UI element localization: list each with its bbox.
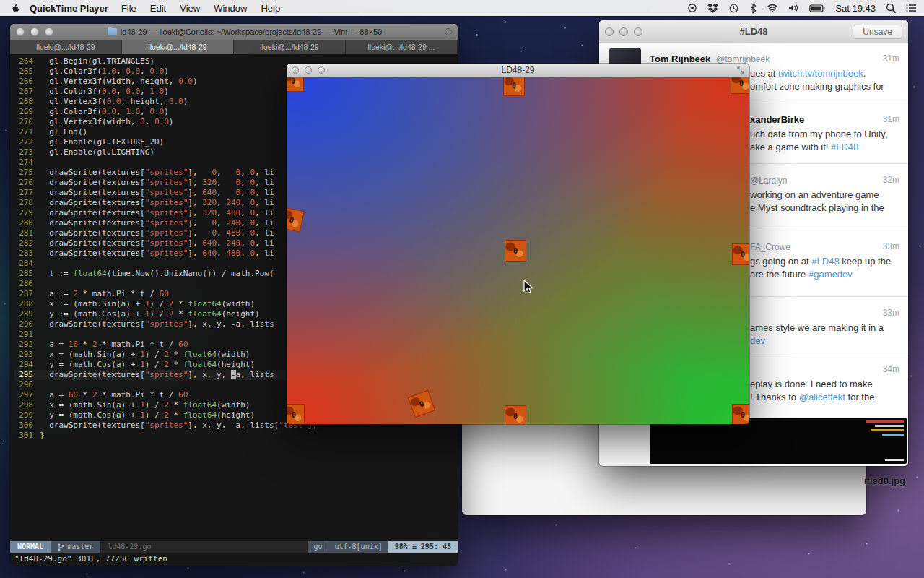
sprite-label: 0 <box>741 251 745 259</box>
volume-icon[interactable] <box>788 4 799 12</box>
tweet-link[interactable]: #gamedev <box>808 269 853 280</box>
tweet-text: ues at twitch.tv/tomrijnbeek. <box>750 68 866 79</box>
tweet-text: eplay is done. I need to make <box>750 379 873 389</box>
menu-bar-menus: FileEditViewWindowHelp <box>121 3 294 14</box>
game-sprite: 0 <box>731 77 749 94</box>
line-number: 282 <box>14 238 33 249</box>
menu-help[interactable]: Help <box>261 3 280 14</box>
vim-cursor-position: 98% ≡ 295: 43 <box>388 541 458 553</box>
line-number: 283 <box>14 249 33 259</box>
bluetooth-icon[interactable] <box>749 3 757 14</box>
line-number: 273 <box>14 147 33 158</box>
line-number: 289 <box>14 309 33 319</box>
tweet-text: working on an adventure game <box>750 189 879 200</box>
time-machine-icon[interactable] <box>728 3 739 14</box>
tweet-link[interactable]: #LD48 <box>831 142 858 152</box>
game-sprite: 0 <box>505 240 526 262</box>
git-branch-indicator: master <box>51 541 100 553</box>
tweet-timestamp: 32m <box>883 175 899 185</box>
vim-filetype: go <box>308 541 328 553</box>
line-number: 271 <box>14 127 33 137</box>
tweet-link[interactable]: twitch.tv/tomrijnbeek <box>778 68 863 79</box>
game-sprite: 0 <box>732 243 749 265</box>
line-number: 266 <box>14 77 33 87</box>
game-sprite: 0 <box>408 390 435 418</box>
dropbox-icon[interactable] <box>707 3 718 13</box>
vim-mode-indicator: NORMAL <box>10 541 51 553</box>
line-number: 285 <box>14 269 33 279</box>
tweet-text: omfort zone making graphics for <box>750 81 884 92</box>
terminal-tab-bar: lloeki@.../ld48-29lloeki@.../ld48-29lloe… <box>10 40 458 54</box>
tweet-link[interactable]: #LD48 <box>811 256 839 267</box>
terminal-window-title: ld48-29 — lloeki@Coriolis: ~/Workspace/p… <box>53 27 436 36</box>
desktop: itled0.jpg Tom Rijnbeek@tomrijnbeek31mue… <box>0 0 924 578</box>
menu-window[interactable]: Window <box>214 3 247 14</box>
line-number: 296 <box>14 380 33 390</box>
tweet-text: e Myst soundtrack playing in the <box>750 202 884 213</box>
tweet-timestamp: 33m <box>883 308 899 318</box>
terminal-titlebar: ld48-29 — lloeki@Coriolis: ~/Workspace/p… <box>10 24 458 40</box>
close-button[interactable] <box>16 27 25 36</box>
game-sprite: 0 <box>287 207 305 233</box>
terminal-tab[interactable]: lloeki@.../ld48-29 <box>10 40 122 54</box>
desktop-icon-label[interactable]: itled0.jpg <box>864 475 905 486</box>
terminal-tab[interactable]: lloeki@.../ld48-29 ... <box>346 40 458 54</box>
apple-menu-icon[interactable] <box>12 3 21 13</box>
notification-center-icon[interactable] <box>906 4 917 12</box>
line-number: 298 <box>14 400 33 410</box>
mouse-cursor <box>523 280 533 297</box>
line-number: 267 <box>14 87 33 97</box>
menu-view[interactable]: View <box>180 3 200 14</box>
terminal-tab[interactable]: lloeki@.../ld48-29 <box>122 40 234 54</box>
game-sprite: 0 <box>287 77 304 92</box>
sprite-label: 0 <box>289 215 295 224</box>
attachment-pixels <box>871 429 904 431</box>
sprite-label: 0 <box>513 413 518 420</box>
attachment-pixels <box>875 425 904 427</box>
game-window-title: LD48-29 <box>287 65 749 75</box>
menu-file[interactable]: File <box>121 3 136 14</box>
terminal-titlebar-icon <box>445 28 452 35</box>
zoom-button[interactable] <box>45 27 53 36</box>
tweet-timestamp: 33m <box>883 241 899 251</box>
sprite-label: 0 <box>739 79 744 87</box>
tweet-author-fragment: FA_Crowe <box>750 242 790 252</box>
sprite-label: 0 <box>513 247 518 255</box>
tweet-link[interactable]: dev <box>750 335 765 346</box>
line-number: 297 <box>14 390 33 400</box>
unsave-button[interactable]: Unsave <box>853 25 902 39</box>
twitter-titlebar: #LD48 Unsave <box>599 20 908 43</box>
tweet-link[interactable]: @aliceffekt <box>799 392 845 402</box>
minimize-button[interactable] <box>30 27 39 36</box>
app-menu-title[interactable]: QuickTime Player <box>30 3 108 14</box>
tweet-author-fragment: @Laralyn <box>750 176 788 186</box>
line-number: 295 <box>14 370 33 380</box>
screen-recording-icon[interactable] <box>687 3 697 13</box>
line-number: 281 <box>14 228 33 238</box>
line-number: 280 <box>14 218 33 228</box>
line-number: 292 <box>14 340 33 350</box>
menu-edit[interactable]: Edit <box>150 3 166 14</box>
line-number: 279 <box>14 208 33 218</box>
line-number: 278 <box>14 198 33 208</box>
line-number: 299 <box>14 410 33 420</box>
sprite-label: 0 <box>418 400 424 408</box>
wifi-icon[interactable] <box>767 4 778 12</box>
tweet-image-attachment[interactable] <box>650 418 907 464</box>
resize-icon[interactable] <box>737 66 744 74</box>
line-number: 291 <box>14 329 33 340</box>
menu-bar-clock[interactable]: Sat 19:43 <box>835 3 876 14</box>
spotlight-icon[interactable] <box>886 3 896 13</box>
line-number: 272 <box>14 137 33 147</box>
line-number: 265 <box>14 66 33 77</box>
line-number: 277 <box>14 188 33 198</box>
tweet-text: ! Thanks to @aliceffekt for the <box>750 392 874 402</box>
folder-icon <box>108 28 117 35</box>
tweet-text: uch data from my phone to Unity, <box>750 129 888 139</box>
game-canvas[interactable]: 0000000000 <box>287 77 749 424</box>
line-number: 287 <box>14 289 33 299</box>
line-number: 301 <box>14 431 33 441</box>
code-line: 301} <box>14 431 458 441</box>
terminal-tab[interactable]: lloeki@.../ld48-29 <box>234 40 346 54</box>
battery-icon[interactable] <box>809 4 825 12</box>
